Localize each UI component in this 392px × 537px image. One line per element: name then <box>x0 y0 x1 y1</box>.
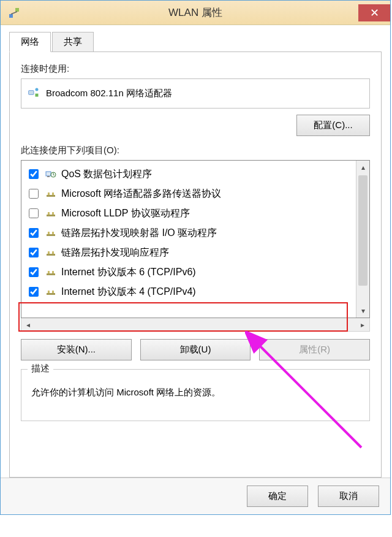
svg-rect-17 <box>52 232 54 234</box>
uninstall-button-label: 卸载(U) <box>180 344 211 354</box>
protocol-icon <box>45 248 56 257</box>
install-button[interactable]: 安装(N)... <box>21 339 132 360</box>
protocol-icon <box>45 267 56 277</box>
list-item[interactable]: 链路层拓扑发现映射器 I/O 驱动程序 <box>25 223 353 243</box>
wlan-properties-window: WLAN 属性 ✕ 网络 共享 连接时使用: Broadcom 802.11n … <box>0 0 391 515</box>
components-listbox: QoS 数据包计划程序Microsoft 网络适配器多路传送器协议Microso… <box>21 160 370 318</box>
description-group: 描述 允许你的计算机访问 Microsoft 网络上的资源。 <box>21 369 370 421</box>
list-item[interactable]: QoS 数据包计划程序 <box>25 164 353 184</box>
description-legend: 描述 <box>28 363 53 375</box>
list-item-label: QoS 数据包计划程序 <box>61 168 152 181</box>
list-item-label: Microsoft LLDP 协议驱动程序 <box>61 207 190 220</box>
titlebar: WLAN 属性 ✕ <box>1 1 390 25</box>
properties-button-label: 属性(R) <box>299 344 330 354</box>
client-area: 网络 共享 连接时使用: Broadcom 802.11n 网络适配器 配置(C… <box>1 25 390 478</box>
adapter-box[interactable]: Broadcom 802.11n 网络适配器 <box>21 78 370 109</box>
scroll-up-arrow[interactable]: ▴ <box>356 161 369 174</box>
tab-sharing-label: 共享 <box>64 36 82 47</box>
svg-rect-19 <box>48 251 50 254</box>
protocol-icon <box>45 228 56 238</box>
scroll-down-arrow[interactable]: ▾ <box>356 304 369 318</box>
list-item[interactable]: Internet 协议版本 6 (TCP/IPv6) <box>25 262 353 282</box>
configure-button[interactable]: 配置(C)... <box>296 115 370 136</box>
protocol-icon <box>45 208 56 218</box>
scroll-thumb[interactable] <box>358 175 368 286</box>
svg-rect-26 <box>52 291 54 293</box>
list-item-checkbox[interactable] <box>29 267 39 277</box>
svg-rect-15 <box>47 234 55 236</box>
svg-rect-21 <box>47 273 55 275</box>
tab-sharing[interactable]: 共享 <box>52 32 94 52</box>
svg-rect-5 <box>36 94 39 97</box>
list-item-label: 链路层拓扑发现响应程序 <box>61 246 169 259</box>
properties-button: 属性(R) <box>259 339 370 360</box>
list-item-checkbox[interactable] <box>29 248 39 257</box>
svg-rect-12 <box>47 215 55 216</box>
scroll-left-arrow[interactable]: ◂ <box>21 318 35 331</box>
uninstall-button[interactable]: 卸载(U) <box>140 339 251 360</box>
svg-rect-7 <box>47 176 50 177</box>
dialog-footer: 确定 取消 <box>1 478 390 514</box>
svg-point-4 <box>36 88 39 91</box>
vertical-scrollbar[interactable]: ▴ ▾ <box>356 161 369 318</box>
svg-rect-9 <box>47 195 55 197</box>
list-item-label: Microsoft 网络适配器多路传送器协议 <box>61 188 221 200</box>
listbox-viewport[interactable]: QoS 数据包计划程序Microsoft 网络适配器多路传送器协议Microso… <box>21 161 356 318</box>
protocol-icon <box>45 287 56 297</box>
horizontal-scrollbar[interactable]: ◂ ▸ <box>21 318 370 332</box>
tab-network-label: 网络 <box>21 36 39 47</box>
ok-button[interactable]: 确定 <box>247 486 308 507</box>
list-item-checkbox[interactable] <box>29 208 39 218</box>
svg-rect-13 <box>48 212 50 215</box>
list-item[interactable]: Microsoft 网络适配器多路传送器协议 <box>25 184 353 204</box>
svg-rect-18 <box>47 254 55 256</box>
adapter-name: Broadcom 802.11n 网络适配器 <box>46 88 172 99</box>
list-item[interactable]: Internet 协议版本 4 (TCP/IPv4) <box>25 282 353 302</box>
list-item-checkbox[interactable] <box>29 287 39 297</box>
list-item-label: Internet 协议版本 6 (TCP/IPv6) <box>61 266 196 279</box>
scroll-right-arrow[interactable]: ▸ <box>356 318 369 331</box>
svg-rect-16 <box>48 232 50 234</box>
svg-rect-23 <box>52 271 54 273</box>
protocol-icon <box>45 189 56 199</box>
list-item-checkbox[interactable] <box>29 169 39 179</box>
cancel-button-label: 取消 <box>339 490 358 501</box>
tab-strip: 网络 共享 <box>9 32 382 52</box>
cancel-button[interactable]: 取消 <box>318 486 379 507</box>
list-item-checkbox[interactable] <box>29 228 39 238</box>
ok-button-label: 确定 <box>268 490 287 501</box>
network-adapter-icon <box>28 86 40 101</box>
tab-panel-network: 连接时使用: Broadcom 802.11n 网络适配器 配置(C)... 此… <box>9 51 382 478</box>
list-item-label: 链路层拓扑发现映射器 I/O 驱动程序 <box>61 227 217 240</box>
svg-rect-3 <box>29 91 34 95</box>
svg-rect-20 <box>52 251 54 254</box>
connect-using-label: 连接时使用: <box>21 63 370 75</box>
svg-rect-25 <box>48 291 50 293</box>
svg-rect-24 <box>47 293 55 295</box>
description-text: 允许你的计算机访问 Microsoft 网络上的资源。 <box>31 387 360 398</box>
qos-icon <box>45 169 56 179</box>
button-row: 安装(N)... 卸载(U) 属性(R) <box>21 339 370 360</box>
list-item-checkbox[interactable] <box>29 189 39 199</box>
list-item[interactable]: Microsoft LLDP 协议驱动程序 <box>25 204 353 223</box>
items-label: 此连接使用下列项目(O): <box>21 145 370 156</box>
list-item[interactable]: 链路层拓扑发现响应程序 <box>25 243 353 262</box>
svg-rect-10 <box>48 192 50 195</box>
list-item-label: Internet 协议版本 4 (TCP/IPv4) <box>61 286 196 299</box>
configure-button-label: 配置(C)... <box>314 120 352 130</box>
svg-rect-14 <box>52 212 54 215</box>
svg-rect-6 <box>46 172 51 176</box>
install-button-label: 安装(N)... <box>57 344 96 354</box>
window-title: WLAN 属性 <box>1 6 390 20</box>
svg-rect-11 <box>52 192 54 195</box>
svg-rect-22 <box>48 271 50 273</box>
tab-network[interactable]: 网络 <box>9 32 51 52</box>
